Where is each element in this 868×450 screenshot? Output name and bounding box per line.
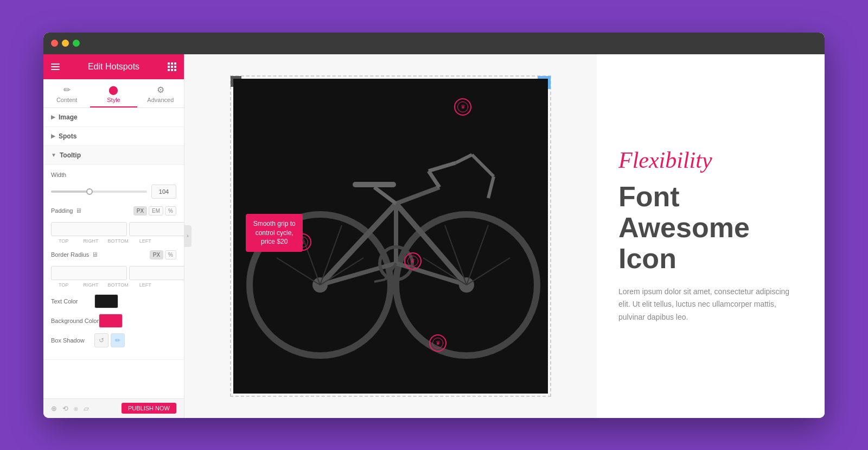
- sidebar: Edit Hotspots ✏ Content ⬤ Style: [43, 54, 184, 418]
- tab-content[interactable]: ✏ Content: [43, 79, 90, 107]
- border-left-label: LEFT: [133, 282, 158, 288]
- border-labels: TOP RIGHT BOTTOM LEFT: [51, 282, 176, 288]
- padding-pct-btn[interactable]: %: [165, 206, 176, 216]
- tab-style[interactable]: ⬤ Style: [90, 79, 137, 107]
- border-right-label: RIGHT: [78, 282, 103, 288]
- padding-link-label: [160, 238, 176, 244]
- text-color-label: Text Color: [51, 298, 94, 305]
- hotspot-4-inner: ♛: [432, 338, 443, 348]
- section-image-label: Image: [59, 113, 78, 121]
- box-shadow-controls: ↺ ✏: [94, 333, 125, 347]
- border-radius-unit-buttons: PX %: [150, 250, 176, 259]
- border-link-label: [160, 282, 176, 288]
- dot-green[interactable]: [73, 40, 80, 47]
- sidebar-title: Edit Hotspots: [88, 62, 139, 72]
- style-icon: ⬤: [108, 85, 118, 95]
- border-px-btn[interactable]: PX: [150, 250, 163, 259]
- width-slider[interactable]: [51, 191, 147, 193]
- section-tooltip-header[interactable]: ▼ Tooltip: [43, 146, 184, 165]
- tab-advanced[interactable]: ⚙ Advanced: [137, 79, 184, 107]
- width-slider-row: 104: [51, 185, 176, 199]
- border-radius-header-row: Border Radius 🖥 PX %: [51, 250, 176, 259]
- browser-content: Edit Hotspots ✏ Content ⬤ Style: [43, 54, 825, 418]
- hotspot-2[interactable]: ♛: [454, 98, 471, 116]
- width-input[interactable]: 104: [151, 185, 176, 199]
- box-shadow-label: Box Shadow: [51, 337, 94, 344]
- content-icon: ✏: [63, 85, 71, 95]
- hotspot-1[interactable]: ♛: [294, 233, 311, 251]
- padding-top-label: TOP: [51, 238, 76, 244]
- padding-top-input[interactable]: [51, 222, 127, 236]
- section-spots-label: Spots: [59, 132, 76, 140]
- tooltip-text: Smooth grip to control cycle, price $20: [253, 220, 296, 246]
- footer-icons: ⊕ ⟲ ⍟ ▱: [51, 404, 89, 413]
- width-label: Width: [51, 172, 94, 178]
- tab-advanced-label: Advanced: [147, 97, 174, 103]
- image-arrow-icon: ▶: [51, 114, 55, 120]
- border-bottom-label: BOTTOM: [106, 282, 131, 288]
- grid-icon[interactable]: [168, 62, 176, 71]
- spots-arrow-icon: ▶: [51, 133, 55, 139]
- footer-icon-4[interactable]: ▱: [84, 404, 89, 413]
- width-control-row: Width: [51, 172, 176, 178]
- box-shadow-row: Box Shadow ↺ ✏: [51, 333, 176, 347]
- padding-bottom-label: BOTTOM: [106, 238, 131, 244]
- font-awesome-title: FontAwesomeIcon: [618, 181, 803, 275]
- tooltip-arrow-icon: ▼: [51, 152, 56, 158]
- padding-header-row: Padding 🖥 PX EM %: [51, 206, 176, 216]
- font-awesome-title-text: FontAwesomeIcon: [618, 181, 750, 274]
- padding-right-label: RIGHT: [78, 238, 103, 244]
- dot-yellow[interactable]: [62, 40, 69, 47]
- padding-monitor-icon: 🖥: [75, 207, 82, 214]
- widget-wrapper: ✏: [230, 75, 551, 397]
- text-color-row: Text Color: [51, 294, 176, 308]
- padding-px-btn[interactable]: PX: [133, 206, 147, 216]
- section-image-header[interactable]: ▶ Image: [43, 108, 184, 127]
- sidebar-tabs: ✏ Content ⬤ Style ⚙ Advanced: [43, 79, 184, 108]
- padding-inputs-row: 🔗: [51, 219, 176, 236]
- publish-btn[interactable]: PUBLISH NOW: [122, 403, 176, 414]
- tooltip-controls: Width 104 Padding 🖥: [43, 165, 184, 360]
- border-right-input[interactable]: [129, 266, 184, 280]
- border-pct-btn[interactable]: %: [165, 250, 176, 259]
- browser-window: Edit Hotspots ✏ Content ⬤ Style: [43, 33, 825, 418]
- bg-color-swatch[interactable]: [99, 314, 123, 328]
- right-panel: Flexibility FontAwesomeIcon Lorem ipsum …: [597, 54, 825, 418]
- footer-icon-1[interactable]: ⊕: [51, 404, 57, 413]
- hotspot-4[interactable]: ♛: [429, 334, 446, 352]
- footer-icon-3[interactable]: ⍟: [74, 404, 78, 413]
- sidebar-footer: ⊕ ⟲ ⍟ ▱ PUBLISH NOW: [43, 398, 184, 418]
- padding-em-btn[interactable]: EM: [149, 206, 163, 216]
- padding-right-input[interactable]: [129, 222, 184, 236]
- text-color-swatch[interactable]: [94, 294, 118, 308]
- border-radius-label: Border Radius 🖥: [51, 251, 98, 258]
- dot-red[interactable]: [51, 40, 58, 47]
- hotspot-3[interactable]: ♛: [404, 252, 422, 270]
- section-spots-header[interactable]: ▶ Spots: [43, 127, 184, 146]
- width-slider-fill: [51, 191, 90, 193]
- menu-icon[interactable]: [51, 64, 60, 70]
- footer-icon-2[interactable]: ⟲: [62, 404, 68, 413]
- padding-labels: TOP RIGHT BOTTOM LEFT: [51, 238, 176, 244]
- box-shadow-refresh-btn[interactable]: ↺: [94, 333, 108, 347]
- hotspot-2-inner: ♛: [457, 102, 468, 112]
- border-monitor-icon: 🖥: [92, 251, 98, 258]
- border-top-input[interactable]: [51, 266, 127, 280]
- tooltip-popup: Smooth grip to control cycle, price $20: [246, 214, 303, 252]
- svg-rect-20: [353, 182, 396, 187]
- box-shadow-edit-btn[interactable]: ✏: [111, 333, 125, 347]
- padding-label: Padding 🖥: [51, 207, 94, 214]
- sidebar-body: ▶ Image ▶ Spots ▼ Tooltip Width: [43, 108, 184, 398]
- lorem-text: Lorem ipsum dolor sit amet, consectetur …: [618, 286, 792, 324]
- bg-color-label: Background Color: [51, 318, 99, 324]
- flexibility-title: Flexibility: [618, 148, 803, 173]
- section-tooltip-label: Tooltip: [60, 151, 81, 159]
- canvas-area: ✏: [184, 54, 597, 418]
- hotspot-1-inner: ♛: [297, 237, 308, 248]
- advanced-icon: ⚙: [157, 85, 164, 95]
- padding-left-label: LEFT: [133, 238, 158, 244]
- tab-style-label: Style: [107, 97, 120, 103]
- hotspot-3-inner: ♛: [407, 256, 418, 267]
- sidebar-header: Edit Hotspots: [43, 54, 184, 79]
- width-slider-thumb: [86, 188, 93, 195]
